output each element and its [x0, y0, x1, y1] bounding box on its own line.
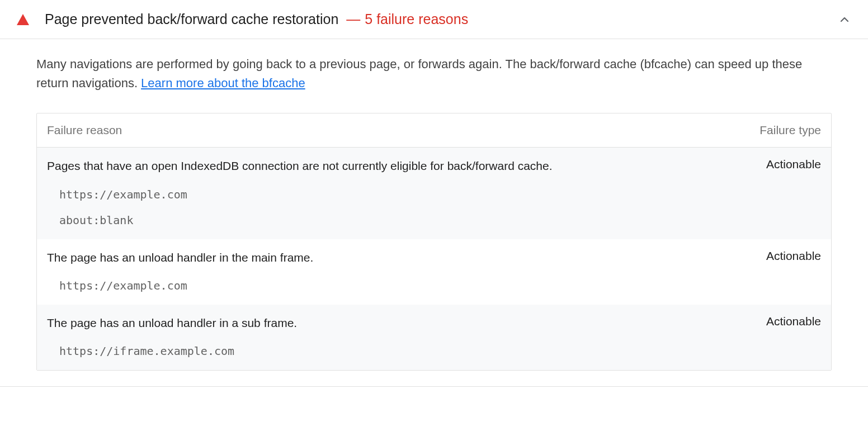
table-row: Pages that have an open IndexedDB connec…	[37, 148, 831, 239]
sub-items: https://iframe.example.com	[47, 343, 821, 359]
row-main: The page has an unload handler in the ma…	[47, 249, 821, 266]
failure-type: Actionable	[766, 315, 821, 328]
table-row: The page has an unload handler in the ma…	[37, 239, 831, 305]
sub-items: https://example.com about:blank	[47, 187, 821, 228]
audit-header[interactable]: Page prevented back/forward cache restor…	[0, 0, 868, 39]
audit-title: Page prevented back/forward cache restor…	[45, 11, 338, 27]
chevron-up-icon[interactable]	[838, 13, 851, 26]
audit-description: Many navigations are performed by going …	[36, 55, 832, 93]
sub-items: https://example.com	[47, 278, 821, 293]
table-header: Failure reason Failure type	[37, 113, 831, 148]
warning-triangle-icon	[17, 14, 29, 25]
frame-url: https://example.com	[59, 278, 821, 293]
table-row: The page has an unload handler in a sub …	[37, 305, 831, 370]
audit-body: Many navigations are performed by going …	[0, 39, 868, 371]
failure-table: Failure reason Failure type Pages that h…	[36, 113, 832, 371]
failure-reason: The page has an unload handler in the ma…	[47, 249, 753, 266]
row-main: The page has an unload handler in a sub …	[47, 315, 821, 331]
learn-more-link[interactable]: Learn more about the bfcache	[141, 76, 305, 90]
failure-reason: Pages that have an open IndexedDB connec…	[47, 158, 753, 174]
badge-dash: —	[346, 11, 360, 27]
audit-container: Page prevented back/forward cache restor…	[0, 0, 868, 387]
failure-type: Actionable	[766, 249, 821, 263]
column-header-reason: Failure reason	[47, 124, 760, 137]
failure-type: Actionable	[766, 158, 821, 171]
row-main: Pages that have an open IndexedDB connec…	[47, 158, 821, 174]
column-header-type: Failure type	[760, 124, 821, 137]
frame-url: https://iframe.example.com	[59, 343, 821, 359]
frame-url: https://example.com	[59, 187, 821, 202]
frame-url: about:blank	[59, 212, 821, 228]
badge-text: 5 failure reasons	[365, 11, 468, 27]
audit-failure-count: —5 failure reasons	[346, 11, 468, 27]
footer-border	[0, 386, 868, 387]
failure-reason: The page has an unload handler in a sub …	[47, 315, 753, 331]
